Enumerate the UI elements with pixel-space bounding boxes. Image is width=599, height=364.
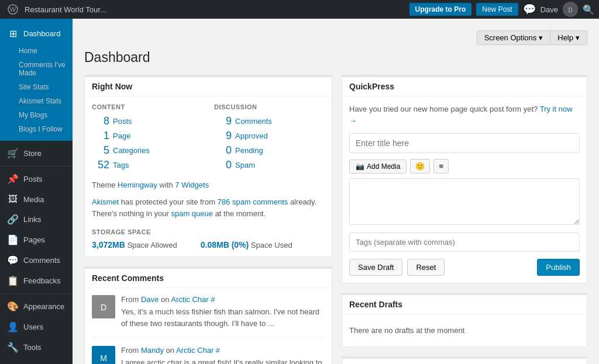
recent-comments-body: D From Dave on Arctic Char # Yes, it's a… (85, 288, 332, 364)
admin-bar: W Restaurant World Tour... Upgrade to Pr… (0, 0, 599, 19)
posts-link[interactable]: Posts (113, 117, 132, 126)
comment-post-link-1[interactable]: Arctic Char # (171, 295, 215, 304)
theme-name-link[interactable]: Hemingway (118, 181, 157, 189)
quickpress-tags-input[interactable] (349, 233, 580, 252)
site-name: Restaurant World Tour... (25, 5, 409, 14)
recent-drafts-header: Recent Drafts (342, 295, 587, 314)
text-format-button[interactable]: ≡ (433, 159, 449, 174)
tags-link[interactable]: Tags (113, 161, 129, 169)
comment-author-dave[interactable]: Dave (141, 295, 159, 304)
comments-icon: 💬 (7, 255, 19, 266)
help-arrow-icon: ▾ (576, 33, 580, 42)
sidebar-item-links-label: Links (23, 215, 41, 224)
sidebar-sub-site-stats[interactable]: Site Stats (0, 80, 73, 94)
avatar: D (92, 295, 115, 318)
screen-options-button[interactable]: Screen Options ▾ (477, 30, 551, 45)
akismet-link[interactable]: Akismet (92, 197, 119, 206)
search-icon[interactable]: 🔍 (583, 4, 594, 15)
help-button[interactable]: Help ▾ (550, 30, 587, 45)
categories-link[interactable]: Categories (113, 146, 150, 155)
posts-row: 8 Posts (92, 115, 202, 127)
dashboard-icon: ⊞ (7, 28, 19, 39)
sidebar-item-appearance-label: Appearance (23, 302, 64, 311)
sidebar-item-feedbacks-label: Feedbacks (23, 276, 61, 285)
list-item: M From Mandy on Arctic Char # I agree ar… (92, 346, 325, 364)
sidebar-item-store[interactable]: 🛒 Store (0, 143, 73, 164)
spam-comments-link[interactable]: 786 spam comments (218, 197, 288, 206)
reset-button[interactable]: Reset (407, 259, 445, 276)
users-icon: 👤 (7, 321, 19, 332)
sidebar-item-media[interactable]: 🖼 Media (0, 189, 73, 209)
storage-label: STORAGE SPACE (92, 228, 325, 235)
categories-count: 5 (92, 144, 109, 157)
list-item: D From Dave on Arctic Char # Yes, it's a… (92, 295, 325, 338)
appearance-icon: 🎨 (7, 301, 19, 312)
approved-link[interactable]: Approved (235, 131, 268, 140)
pending-link[interactable]: Pending (235, 146, 263, 155)
sidebar-item-pages[interactable]: 📄 Pages (0, 230, 73, 250)
approved-count: 9 (214, 130, 232, 142)
comments-count: 9 (214, 115, 232, 127)
upgrade-pro-button[interactable]: Upgrade to Pro (409, 3, 472, 16)
dashboard-left: Right Now CONTENT 8 Posts 1 (84, 75, 332, 364)
notification-icon[interactable]: 💬 (523, 3, 536, 16)
tags-row: 52 Tags (92, 159, 202, 171)
discussion-col: DISCUSSION 9 Comments 9 Approved (214, 103, 325, 174)
pending-count: 0 (214, 144, 232, 157)
quickpress-title-input[interactable] (349, 133, 580, 153)
spam-queue-link[interactable]: spam queue (171, 209, 213, 218)
content-label: CONTENT (92, 103, 202, 110)
space-allowed-val: 3,072MB (92, 240, 125, 249)
comment-post-link-2[interactable]: Arctic Char # (176, 346, 220, 355)
sidebar-item-links[interactable]: 🔗 Links (0, 209, 73, 230)
recent-drafts-body: There are no drafts at the moment (342, 314, 587, 346)
theme-line: Theme Hemingway with 7 Widgets (92, 181, 325, 189)
quickpress-header: QuickPress (342, 77, 587, 96)
quickpress-content-input[interactable] (349, 178, 580, 225)
svg-text:D: D (101, 303, 106, 312)
page-row: 1 Page (92, 130, 202, 142)
sidebar-item-users[interactable]: 👤 Users (0, 317, 73, 337)
comments-link[interactable]: Comments (235, 117, 272, 126)
sidebar-item-posts-label: Posts (23, 175, 43, 183)
sidebar-sub-my-blogs[interactable]: My Blogs (0, 108, 73, 122)
comment-from: From Mandy on Arctic Char # (121, 346, 325, 355)
new-post-button[interactable]: New Post (476, 3, 518, 16)
sidebar-item-appearance[interactable]: 🎨 Appearance (0, 296, 73, 317)
right-now-box: Right Now CONTENT 8 Posts 1 (84, 75, 332, 257)
smiley-button[interactable]: 🙂 (410, 159, 430, 174)
sidebar-sub-home[interactable]: Home (0, 44, 73, 58)
sidebar-item-tools[interactable]: 🔧 Tools (0, 337, 73, 358)
sidebar-sub-akismet[interactable]: Akismet Stats (0, 94, 73, 108)
publish-button[interactable]: Publish (537, 259, 580, 276)
recent-comments-box: Recent Comments D From Dave on Arctic Ch… (84, 266, 332, 364)
sidebar-sub-comments[interactable]: Comments I've Made (0, 58, 73, 80)
sidebar-item-settings[interactable]: ⚙ Settings (0, 358, 73, 364)
quickpress-body: Have you tried our new home page quick p… (342, 96, 587, 283)
add-media-button[interactable]: 📷 Add Media (349, 160, 407, 174)
page-title: Dashboard (84, 50, 587, 65)
categories-row: 5 Categories (92, 144, 202, 157)
spam-link[interactable]: Spam (235, 161, 255, 169)
storage-row: 3,072MB Space Allowed 0.08MB (0%) Space … (92, 240, 325, 249)
akismet-line: Akismet has protected your site from 786… (92, 196, 325, 219)
sidebar-item-comments[interactable]: 💬 Comments (0, 250, 73, 271)
admin-username: Dave (541, 5, 558, 14)
sidebar-item-dashboard[interactable]: ⊞ Dashboard (0, 23, 73, 44)
recent-comments-header: Recent Comments (85, 269, 332, 288)
sidebar-item-store-label: Store (23, 149, 42, 158)
sidebar-item-posts[interactable]: 📌 Posts (0, 169, 73, 189)
storage-section: STORAGE SPACE 3,072MB Space Allowed 0.08… (92, 228, 325, 249)
sidebar-item-users-label: Users (23, 323, 43, 331)
widgets-link[interactable]: 7 Widgets (175, 181, 209, 189)
comment-author-mandy[interactable]: Mandy (141, 346, 164, 355)
page-link[interactable]: Page (113, 131, 130, 140)
page-count: 1 (92, 130, 109, 142)
sidebar-sub-blogs-follow[interactable]: Blogs I Follow (0, 122, 73, 136)
quickpress-actions: Save Draft Reset Publish (349, 259, 580, 276)
avatar: D (563, 2, 578, 17)
spam-count: 0 (214, 159, 232, 171)
sidebar-item-feedbacks[interactable]: 📋 Feedbacks (0, 271, 73, 291)
comment-from: From Dave on Arctic Char # (121, 295, 325, 304)
save-draft-button[interactable]: Save Draft (349, 259, 402, 276)
